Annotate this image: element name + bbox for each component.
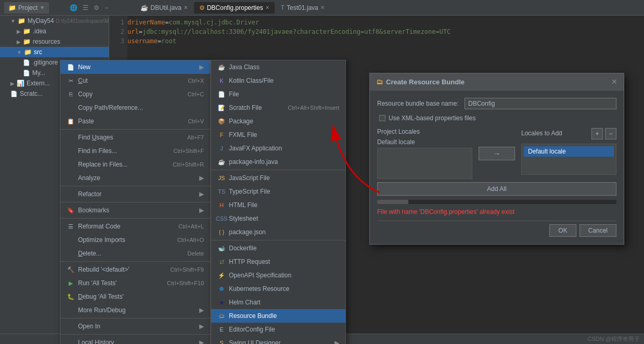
menu-item-run[interactable]: ▶ Run 'All Tests' Ctrl+Shift+F10 xyxy=(60,276,210,290)
project-tab-dropdown[interactable]: ▼ xyxy=(40,5,45,10)
tree-root-label: MyDay54 xyxy=(28,17,54,24)
dialog-title: 🗂 Create Resource Bundle xyxy=(376,78,465,86)
submenu-pkginfo[interactable]: ☕ package-info.java xyxy=(211,155,345,169)
tree-res-arrow: ▶ xyxy=(17,39,21,45)
pkginfo-icon: ☕ xyxy=(217,158,226,166)
package-icon: 📦 xyxy=(217,117,226,125)
code-line-2-key: url xyxy=(127,28,139,35)
menu-replace-label: Replace in Files... xyxy=(78,161,127,168)
menu-item-open-in[interactable]: Open In ▶ xyxy=(60,320,210,333)
submenu-helm-label: Helm Chart xyxy=(229,299,261,306)
menu-item-paste[interactable]: 📋 Paste Ctrl+V xyxy=(60,114,210,128)
submenu-k8s[interactable]: ☸ Kubernetes Resource xyxy=(211,282,345,296)
menu-reformat-label: Reformat Code xyxy=(78,223,120,230)
find-usages-shortcut: Alt+F7 xyxy=(187,134,204,141)
editorconfig-icon: E xyxy=(217,325,226,334)
optimize-shortcut: Ctrl+Alt+O xyxy=(177,237,204,243)
sub-sep-2 xyxy=(211,240,345,240)
java-file-icon: ☕ xyxy=(140,4,148,11)
submenu-javafx[interactable]: J JavaFX Application xyxy=(211,142,345,155)
submenu-http[interactable]: ⇄ HTTP Request xyxy=(211,255,345,269)
tree-idea[interactable]: ▶ 📁 .idea xyxy=(0,26,109,36)
menu-item-copy-path[interactable]: Copy Path/Reference... xyxy=(60,101,210,114)
tab-bar: 📁 Project ▼ 🌐 ☰ ⚙ − ☕ DBUtil.java ✕ ⚙ DB… xyxy=(0,0,644,16)
locales-to-add-header: Locales to Add + − xyxy=(521,128,616,142)
settings-icon[interactable]: ⚙ xyxy=(94,4,99,11)
submenu-html[interactable]: H HTML File xyxy=(211,198,345,212)
submenu-package[interactable]: 📦 Package xyxy=(211,114,345,128)
submenu-fxml[interactable]: F FXML File xyxy=(211,128,345,142)
menu-item-optimize[interactable]: Optimize Imports Ctrl+Alt+O xyxy=(60,233,210,247)
menu-item-refactor[interactable]: Refactor ▶ xyxy=(60,187,210,201)
tab-dbconfig-close[interactable]: ✕ xyxy=(265,5,269,10)
menu-item-more-run[interactable]: More Run/Debug ▶ xyxy=(60,303,210,317)
menu-item-copy[interactable]: ⎘ Copy Ctrl+C xyxy=(60,87,210,101)
submenu-dockerfile[interactable]: 🐋 Dockerfile xyxy=(211,241,345,255)
tree-gitignore-label: .gitignore xyxy=(32,59,58,66)
tree-src[interactable]: ▼ 📁 src xyxy=(0,47,109,57)
submenu-scratch[interactable]: 📝 Scratch File Ctrl+Alt+Shift+Insert xyxy=(211,101,345,114)
locale-move-button[interactable]: → xyxy=(479,147,515,160)
menu-item-delete[interactable]: Delete... Delete xyxy=(60,247,210,260)
submenu-css[interactable]: CSS Stylesheet xyxy=(211,212,345,225)
tree-root[interactable]: ▼ 📁 MyDay54 D:\fy2401workspace\MyDay54 xyxy=(0,16,109,26)
cancel-button[interactable]: Cancel xyxy=(579,224,616,237)
tab-dbconfig[interactable]: ⚙ DBConfig.properties ✕ xyxy=(194,2,275,14)
menu-item-new[interactable]: 📄 New ▶ xyxy=(60,60,210,74)
tab-dbconfig-label: DBConfig.properties xyxy=(207,4,263,11)
submenu-openapi[interactable]: ⚡ OpenAPI Specification xyxy=(211,269,345,282)
find-files-shortcut: Ctrl+Shift+F xyxy=(173,148,204,154)
project-tab[interactable]: 📁 Project ▼ xyxy=(4,2,49,14)
menu-item-find-usages[interactable]: Find Usages Alt+F7 xyxy=(60,131,210,144)
tab-dbutil-close[interactable]: ✕ xyxy=(184,5,188,10)
base-name-input[interactable] xyxy=(465,98,616,109)
html-icon: H xyxy=(217,201,226,209)
menu-item-local-history[interactable]: Local History ▶ xyxy=(60,336,210,344)
menu-item-rebuild[interactable]: 🔨 Rebuild '<default>' Ctrl+Shift+F9 xyxy=(60,263,210,276)
tab-test01-close[interactable]: ✕ xyxy=(320,5,325,10)
menu-refactor-label: Refactor xyxy=(78,190,101,198)
menu-item-replace[interactable]: Replace in Files... Ctrl+Shift+R xyxy=(60,158,210,171)
menu-item-debug[interactable]: 🐛 Debug 'All Tests' xyxy=(60,290,210,303)
submenu-editorconfig[interactable]: E EditorConfig File xyxy=(211,323,345,336)
reformat-shortcut: Ctrl+Alt+L xyxy=(178,223,204,230)
add-all-button[interactable]: Add All xyxy=(377,182,616,196)
locale-add-btn[interactable]: + xyxy=(591,128,603,139)
create-resource-bundle-dialog: 🗂 Create Resource Bundle ✕ Resource bund… xyxy=(369,73,624,245)
list-icon[interactable]: ☰ xyxy=(83,4,88,11)
menu-item-reformat[interactable]: ☰ Reformat Code Ctrl+Alt+L xyxy=(60,220,210,233)
submenu-ts[interactable]: TS TypeScript File xyxy=(211,185,345,198)
code-line-3-val: root xyxy=(161,37,176,45)
more-run-icon xyxy=(67,306,75,314)
default-locale-item[interactable]: Default locale xyxy=(524,146,614,157)
dialog-body: Resource bundle base name: Use XML-based… xyxy=(370,91,624,244)
submenu-css-label: Stylesheet xyxy=(229,215,258,222)
submenu-resource-bundle[interactable]: 🗂 Resource Bundle xyxy=(211,309,345,323)
ok-button[interactable]: OK xyxy=(549,224,576,237)
copy-path-icon xyxy=(67,104,75,112)
submenu-swing[interactable]: S Swing UI Designer ▶ xyxy=(211,336,345,344)
globe-icon[interactable]: 🌐 xyxy=(70,4,78,11)
tree-resources[interactable]: ▶ 📁 resources xyxy=(0,36,109,47)
menu-item-analyze[interactable]: Analyze ▶ xyxy=(60,171,210,185)
menu-item-find-files[interactable]: Find in Files... Ctrl+Shift+F xyxy=(60,144,210,158)
tab-dbutil[interactable]: ☕ DBUtil.java ✕ xyxy=(135,2,192,14)
minus-icon[interactable]: − xyxy=(105,4,108,11)
locale-remove-btn[interactable]: − xyxy=(605,128,616,139)
dialog-scrollbar[interactable] xyxy=(377,200,616,204)
dialog-close-button[interactable]: ✕ xyxy=(611,78,617,86)
code-line-3-key: username xyxy=(127,37,158,45)
menu-item-cut[interactable]: ✂ Cut Ctrl+X xyxy=(60,74,210,87)
submenu-js[interactable]: JS JavaScript File xyxy=(211,171,345,185)
menu-item-bookmarks[interactable]: 🔖 Bookmarks ▶ xyxy=(60,203,210,217)
tab-test01[interactable]: T Test01.java ✕ xyxy=(276,2,330,14)
submenu-file[interactable]: 📄 File xyxy=(211,87,345,101)
xml-checkbox[interactable] xyxy=(379,115,385,121)
my-file-icon: 📄 xyxy=(23,70,30,77)
submenu-kotlin[interactable]: K Kotlin Class/File xyxy=(211,74,345,87)
sep-4 xyxy=(60,218,210,219)
submenu-helm[interactable]: ⎈ Helm Chart xyxy=(211,296,345,309)
submenu-java-class[interactable]: ☕ Java Class xyxy=(211,60,345,74)
menu-new-label: New xyxy=(78,63,91,71)
submenu-pkgjson[interactable]: { } package.json xyxy=(211,225,345,239)
